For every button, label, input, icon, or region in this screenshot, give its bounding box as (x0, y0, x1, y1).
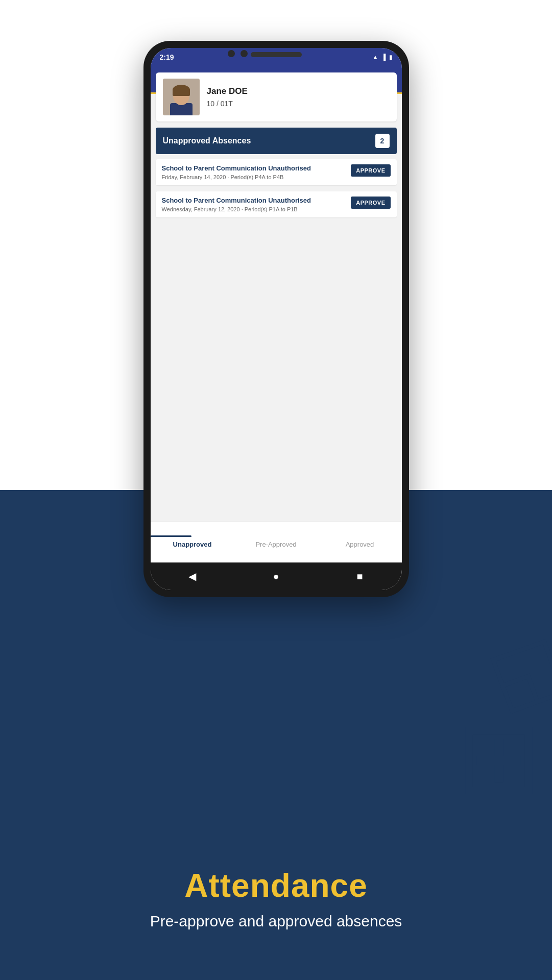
bottom-title: Attendance (184, 867, 368, 904)
approve-button-1[interactable]: APPROVE (351, 164, 390, 177)
student-avatar (163, 79, 200, 115)
approve-button-2[interactable]: APPROVE (351, 197, 390, 209)
absence-item-2: School to Parent Communication Unauthori… (156, 191, 397, 217)
phone-device: 2:19 ▲ ▐ ▮ ☰ Absences ← 🔔 (143, 41, 409, 597)
nav-home[interactable]: ● (267, 567, 285, 585)
android-nav-bar: ◀ ● ■ (151, 562, 402, 590)
tab-underline (151, 535, 191, 537)
student-card: Jane DOE 10 / 01T (156, 72, 397, 121)
bottom-text-area: Attendance Pre-approve and approved abse… (0, 817, 552, 980)
section-title: Unapproved Absences (163, 136, 251, 145)
svg-rect-4 (173, 89, 190, 96)
tab-unapproved-label: Unapproved (173, 541, 212, 548)
student-info: Jane DOE 10 / 01T (207, 86, 248, 108)
wifi-icon: ▲ (372, 54, 378, 61)
phone-camera-right (241, 50, 248, 57)
phone-screen: 2:19 ▲ ▐ ▮ ☰ Absences ← 🔔 (151, 48, 402, 590)
bottom-subtitle: Pre-approve and approved absences (150, 913, 402, 930)
absence-item: School to Parent Communication Unauthori… (156, 159, 397, 185)
bottom-tabs: Unapproved Pre-Approved Approved (151, 522, 402, 562)
student-class: 10 / 01T (207, 100, 248, 108)
absence-type-2: School to Parent Communication Unauthori… (162, 197, 347, 204)
absence-type-1: School to Parent Communication Unauthori… (162, 164, 347, 172)
tab-preapproved-label: Pre-Approved (255, 541, 296, 548)
screen-content: Jane DOE 10 / 01T Unapproved Absences 2 … (151, 66, 402, 562)
phone-camera-left (228, 50, 235, 57)
status-bar: 2:19 ▲ ▐ ▮ (151, 48, 402, 66)
battery-icon: ▮ (389, 54, 393, 61)
signal-icon: ▐ (381, 54, 386, 61)
tab-preapproved[interactable]: Pre-Approved (234, 533, 318, 551)
status-icons: ▲ ▐ ▮ (372, 54, 392, 61)
student-photo (163, 79, 200, 115)
student-name: Jane DOE (207, 86, 248, 96)
nav-back[interactable]: ◀ (183, 567, 202, 585)
status-time: 2:19 (160, 53, 174, 61)
absence-date-2: Wednesday, February 12, 2020 · Period(s)… (162, 206, 347, 212)
tab-approved-label: Approved (346, 541, 374, 548)
absence-info-1: School to Parent Communication Unauthori… (162, 164, 347, 180)
absence-date-1: Friday, February 14, 2020 · Period(s) P4… (162, 174, 347, 180)
section-badge: 2 (375, 134, 390, 148)
section-header: Unapproved Absences 2 (156, 128, 397, 154)
absence-info-2: School to Parent Communication Unauthori… (162, 197, 347, 212)
phone-speaker (251, 52, 302, 57)
nav-recents[interactable]: ■ (351, 567, 369, 585)
tab-approved[interactable]: Approved (318, 533, 402, 551)
